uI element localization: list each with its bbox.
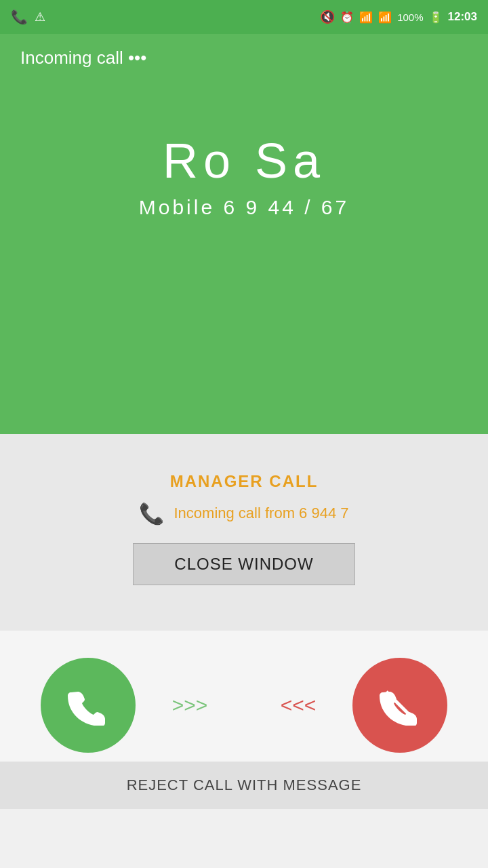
incoming-call-area: Incoming call ••• Ro Sa Mobile 6 9 44 / … <box>0 34 488 434</box>
signal-icon: 📶 <box>378 11 392 24</box>
alarm-icon: ⏰ <box>340 11 354 24</box>
battery-percent: 100% <box>397 12 423 23</box>
reject-call-label: REJECT CALL WITH MESSAGE <box>127 776 362 794</box>
swipe-left-arrows: <<< <box>244 694 352 717</box>
accept-phone-icon <box>68 685 108 726</box>
decline-call-button[interactable] <box>352 658 447 753</box>
wifi-icon: 📶 <box>359 11 373 24</box>
manager-call-title: MANAGER CALL <box>170 472 319 491</box>
decline-phone-icon <box>380 685 420 726</box>
manager-call-text: Incoming call from 6 944 7 <box>174 505 348 522</box>
action-area: >>> <<< ⌃ REJECT CALL WITH MESSAGE <box>0 631 488 809</box>
caller-name: Ro Sa <box>163 136 325 185</box>
accept-call-button[interactable] <box>41 658 136 753</box>
manager-call-info: 📞 Incoming call from 6 944 7 <box>139 502 348 526</box>
phone-icon: 📞 <box>139 502 164 526</box>
incoming-call-label: Incoming call ••• <box>20 47 146 68</box>
call-buttons-row: >>> <<< <box>0 631 488 780</box>
time-display: 12:03 <box>448 10 477 24</box>
reject-with-message-bar[interactable]: REJECT CALL WITH MESSAGE <box>0 762 488 809</box>
manager-call-popup: MANAGER CALL 📞 Incoming call from 6 944 … <box>0 434 488 631</box>
phone-status-icon: 📞 <box>11 9 28 25</box>
close-window-button[interactable]: CLOSE WINDOW <box>133 543 354 585</box>
swipe-right-arrows: >>> <box>136 694 244 717</box>
mute-icon: 🔇 <box>320 9 335 24</box>
warning-icon: ⚠ <box>35 9 45 24</box>
status-bar: 📞 ⚠ 🔇 ⏰ 📶 📶 100% 🔋 12:03 <box>0 0 488 34</box>
caller-info: Ro Sa Mobile 6 9 44 / 67 <box>20 136 468 219</box>
battery-icon: 🔋 <box>429 11 443 24</box>
caller-number: Mobile 6 9 44 / 67 <box>139 196 350 219</box>
